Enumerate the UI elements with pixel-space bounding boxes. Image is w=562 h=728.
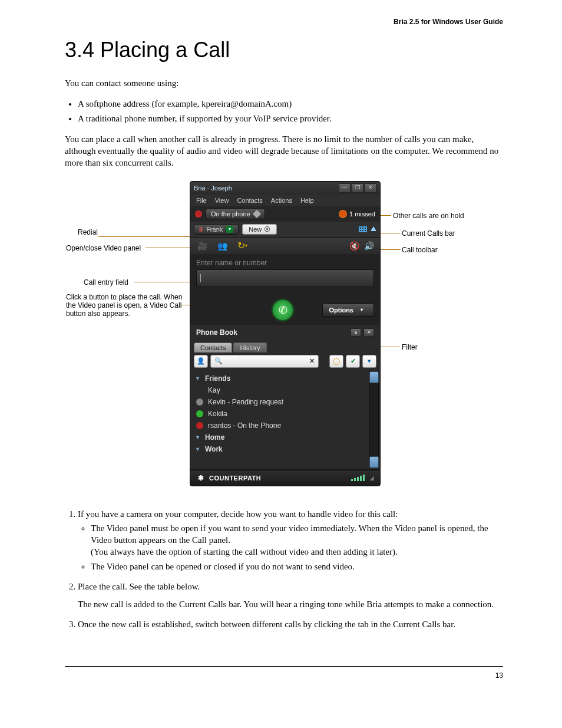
call-tab-new-label: New (249, 226, 262, 233)
filter-search-input[interactable]: 🔍 ✕ (210, 355, 319, 368)
options-label: Options (329, 307, 353, 314)
phonebook-close-icon[interactable]: ✕ (363, 328, 374, 337)
logo-icon: ✱ (196, 473, 206, 483)
entry-placeholder: Enter name or number (196, 259, 374, 267)
contact-item-kevin[interactable]: Kevin - Pending request (190, 396, 380, 408)
call-options-button[interactable]: Options (322, 304, 374, 317)
clear-search-icon[interactable]: ✕ (309, 357, 315, 365)
section-heading: 3.4 Placing a Call (65, 38, 503, 62)
close-button[interactable]: ✕ (365, 183, 376, 193)
tab-history[interactable]: History (233, 342, 266, 353)
intro-para2: You can place a call when another call i… (65, 133, 503, 169)
presence-unknown-icon (196, 387, 203, 394)
step-1-bullet-1b: (You always have the option of starting … (91, 547, 398, 556)
steps-list: If you have a camera on your computer, d… (78, 508, 503, 631)
intro-bullet: A traditional phone number, if supported… (78, 113, 503, 124)
phonebook-title: Phone Book (196, 328, 237, 337)
menu-help[interactable]: Help (300, 197, 314, 204)
contact-item-rsantos[interactable]: rsantos - On the Phone (190, 420, 380, 431)
presence-status-button[interactable]: On the phone (206, 209, 265, 219)
contacts-list: Friends Kay Kevin - Pending request Koki… (190, 370, 380, 469)
call-tab-new[interactable]: New ⦿ (242, 224, 277, 235)
filter-available-button[interactable]: ✔ (346, 355, 360, 368)
footer-rule (65, 666, 503, 667)
contact-group-work[interactable]: Work (190, 443, 380, 455)
place-call-button[interactable]: ✆ (273, 300, 293, 320)
conference-button[interactable]: 👥 (216, 241, 228, 251)
filter-online-button[interactable]: ◯ (329, 355, 343, 368)
phonebook-collapse-icon[interactable]: ▲ (351, 328, 361, 337)
step-2-text-a: Place the call. See the table below. (78, 582, 200, 591)
callout-call-entry: Call entry field (84, 278, 128, 286)
missed-label: 1 missed (349, 210, 375, 218)
resize-handle-icon[interactable]: ◢ (369, 475, 374, 481)
call-action-row: ✆ Options (190, 295, 380, 325)
contact-group-friends[interactable]: Friends (190, 373, 380, 384)
menu-actions[interactable]: Actions (271, 197, 292, 204)
figure-area: Redial Open/close Video panel Call entry… (66, 181, 502, 490)
contact-item-kay[interactable]: Kay (190, 384, 380, 396)
scroll-down-button[interactable] (369, 456, 379, 468)
presence-online-icon (196, 410, 203, 417)
callout-call-toolbar: Call toolbar (402, 246, 438, 254)
titlebar: Bria - Joseph — ❐ ✕ (190, 182, 380, 195)
missed-icon (339, 210, 347, 218)
menu-file[interactable]: File (196, 197, 207, 204)
header-guide-title: Bria 2.5 for Windows User Guide (65, 18, 503, 26)
signal-strength-icon (351, 475, 365, 481)
brand-label: COUNTERPATH (209, 475, 261, 482)
speaker-button[interactable]: 🔊 (364, 241, 374, 251)
edit-icon (253, 209, 261, 218)
mute-button[interactable]: 🔇 (349, 241, 359, 251)
app-footer: ✱ COUNTERPATH ◢ (190, 470, 380, 486)
missed-calls-indicator[interactable]: 1 missed (339, 210, 375, 218)
call-entry-input[interactable] (196, 269, 374, 287)
contact-label: Kokila (208, 410, 227, 418)
callout-current-calls-bar: Current Calls bar (402, 229, 455, 238)
app-title: Bria - Joseph (194, 185, 338, 192)
dropdown-icon: ▾ (226, 226, 233, 233)
status-row: On the phone 1 missed (190, 206, 380, 222)
hold-icon: II (199, 226, 203, 233)
callout-click-button: Click a button to place the call. When t… (66, 293, 184, 318)
menu-view[interactable]: View (215, 197, 229, 204)
contact-label: rsantos - On the Phone (208, 421, 281, 430)
maximize-button[interactable]: ❐ (352, 183, 363, 193)
end-call-icon: ⦿ (264, 226, 270, 233)
step-1: If you have a camera on your computer, d… (78, 508, 503, 572)
contact-label: Kay (208, 386, 220, 394)
page-number: 13 (65, 671, 503, 680)
presence-pending-icon (196, 398, 203, 406)
contact-label: Kevin - Pending request (208, 398, 283, 406)
text-cursor (200, 274, 201, 282)
callout-filter: Filter (402, 343, 418, 351)
step-3: Once the new call is established, switch… (78, 618, 503, 630)
presence-busy-icon (195, 210, 202, 218)
presence-status-label: On the phone (211, 210, 250, 218)
scroll-up-button[interactable] (369, 371, 379, 383)
bria-app-window: Bria - Joseph — ❐ ✕ File View Contacts A… (190, 181, 381, 486)
search-icon: 🔍 (214, 357, 223, 365)
group-label: Friends (205, 374, 230, 383)
menubar: File View Contacts Actions Help (190, 195, 380, 206)
contact-item-kokila[interactable]: Kokila (190, 408, 380, 420)
expand-icon[interactable] (371, 226, 376, 231)
filter-row: 👤 🔍 ✕ ◯ ✔ ▾ (190, 353, 380, 370)
filter-dropdown-button[interactable]: ▾ (362, 355, 376, 368)
add-contact-button[interactable]: 👤 (194, 355, 208, 368)
call-tab-frank[interactable]: II Frank ▾ (194, 224, 239, 235)
contact-group-home[interactable]: Home (190, 431, 380, 443)
menu-contacts[interactable]: Contacts (237, 197, 262, 204)
video-toggle-button[interactable]: 🎥 (196, 241, 208, 251)
scrollbar[interactable] (369, 371, 379, 468)
minimize-button[interactable]: — (339, 183, 351, 193)
phonebook-header: Phone Book ▲ ✕ (190, 325, 380, 340)
call-entry-area: Enter name or number (190, 254, 380, 295)
phonebook-tabs: Contacts History (190, 340, 380, 353)
dialpad-icon[interactable] (359, 226, 367, 232)
step-1-bullet-2: The Video panel can be opened or closed … (91, 561, 503, 572)
callout-openclose-video: Open/close Video panel (66, 244, 141, 252)
step-1-text: If you have a camera on your computer, d… (78, 509, 398, 519)
redial-button[interactable]: ↻▾ (236, 241, 248, 251)
tab-contacts[interactable]: Contacts (194, 342, 232, 353)
